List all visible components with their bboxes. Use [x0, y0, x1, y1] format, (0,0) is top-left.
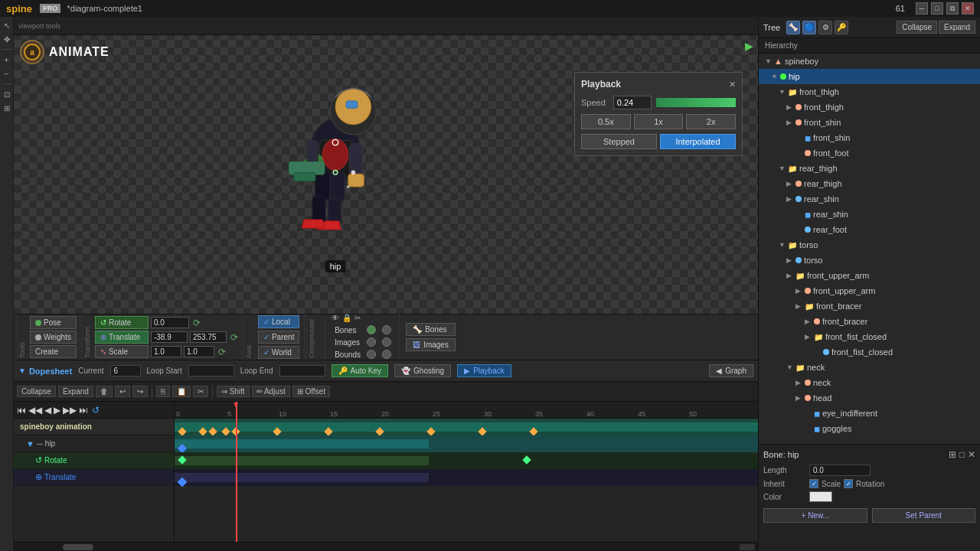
- auto-key-button[interactable]: 🔑 Auto Key: [332, 364, 389, 377]
- bone-props-close[interactable]: ✕: [968, 449, 975, 460]
- keyframe-1[interactable]: [198, 427, 207, 435]
- tree-icon-btn-2[interactable]: 🔵: [802, 21, 816, 34]
- speed-1x-button[interactable]: 1x: [634, 114, 684, 129]
- shift-button[interactable]: ⇒ Shift: [217, 386, 250, 397]
- speed-input[interactable]: [613, 96, 652, 109]
- tree-item-rear-thigh-group[interactable]: ▼ 📁 rear_thigh: [759, 161, 980, 176]
- rotate-button[interactable]: ↺ Rotate: [95, 316, 149, 329]
- tree-icon-btn-4[interactable]: 🔑: [835, 21, 848, 34]
- tree-item-front-bracer-group[interactable]: ▶ 📁 front_bracer: [759, 298, 980, 314]
- copy-button[interactable]: ⎘: [156, 386, 170, 397]
- keyframe-8[interactable]: [426, 427, 435, 435]
- tree-icon-btn-1[interactable]: 🦴: [786, 21, 800, 34]
- step-forward-button[interactable]: ▶▶: [63, 405, 77, 416]
- ghosting-button[interactable]: 👻 Ghosting: [394, 364, 451, 377]
- keyframe-3[interactable]: [221, 427, 230, 435]
- play-pause-button[interactable]: ▶: [54, 405, 60, 416]
- color-swatch[interactable]: [809, 491, 832, 502]
- tree-item-rear-thigh-bone[interactable]: ▶ rear_thigh: [759, 176, 980, 191]
- parent-button[interactable]: ✓ Parent: [258, 331, 299, 344]
- adjust-button[interactable]: ✏ Adjust: [252, 386, 290, 397]
- track-translate[interactable]: ⊕ Translate: [14, 469, 174, 486]
- world-button[interactable]: ✓ World: [258, 346, 299, 359]
- select-tool-icon[interactable]: ↖: [2, 20, 12, 31]
- tree-item-spineboy[interactable]: ▼ ▲ spineboy: [759, 54, 980, 69]
- tree-item-goggles[interactable]: ◼ goggles: [759, 421, 980, 436]
- play-back-button[interactable]: ◀◀: [28, 405, 42, 416]
- playhead[interactable]: [236, 402, 237, 542]
- tree-collapse-button[interactable]: Collapse: [897, 21, 937, 34]
- minimize-button[interactable]: ─: [916, 2, 928, 15]
- paste-button[interactable]: 📋: [172, 386, 191, 397]
- zoom-out-icon[interactable]: −: [2, 68, 12, 79]
- current-frame-input[interactable]: [110, 365, 141, 377]
- tree-item-torso-bone[interactable]: ▶ torso: [759, 253, 980, 268]
- expand-tracks-button[interactable]: Expand: [58, 386, 93, 397]
- keyframe-5[interactable]: [273, 427, 281, 435]
- keyframe-2[interactable]: [208, 427, 217, 435]
- tree-item-front-fist-bone[interactable]: front_fist_closed: [759, 344, 980, 360]
- track-hip[interactable]: ▼ ─ hip: [14, 435, 174, 452]
- hip-kf-4[interactable]: [178, 444, 186, 452]
- images-vis-btn[interactable]: [367, 337, 376, 347]
- step-back-button[interactable]: ◀: [44, 405, 51, 416]
- tree-item-front-upper-arm-bone[interactable]: ▶ front_upper_arm: [759, 283, 980, 298]
- bone-props-icon-1[interactable]: ⊞: [949, 449, 956, 460]
- tree-item-head[interactable]: ▶ head: [759, 390, 980, 406]
- images-lock-btn[interactable]: [382, 337, 391, 347]
- tree-item-torso-group[interactable]: ▼ 📁 torso: [759, 237, 980, 253]
- tree-item-front-thigh-bone[interactable]: ▶ front_thigh: [759, 99, 980, 115]
- weights-button[interactable]: Weights: [30, 331, 77, 344]
- play-button[interactable]: ▶: [745, 40, 753, 52]
- rotate-value-input[interactable]: [151, 317, 189, 328]
- tree-item-hip[interactable]: ▼ hip: [759, 69, 980, 84]
- length-input[interactable]: [809, 465, 871, 476]
- tree-item-front-fist-group[interactable]: ▶ 📁 front_fist_closed: [759, 329, 980, 344]
- bones-button[interactable]: 🦴 Bones: [406, 323, 456, 336]
- tree-item-rear-shin-mesh[interactable]: ◼ rear_shin: [759, 207, 980, 222]
- pose-button[interactable]: Pose: [30, 316, 77, 329]
- bounds-vis-btn[interactable]: [367, 350, 376, 359]
- scale-refresh-icon[interactable]: ⟳: [218, 347, 226, 357]
- window-controls[interactable]: ─ □ ⧉ ✕: [916, 2, 974, 15]
- keyframe-0[interactable]: [178, 427, 186, 435]
- translate-button[interactable]: ⊕ Translate: [95, 331, 149, 344]
- bones-lock-btn[interactable]: [382, 325, 391, 334]
- loop-start-input[interactable]: [188, 365, 234, 377]
- scale-button[interactable]: ⤡ Scale: [95, 345, 149, 358]
- playback-dopesheet-button[interactable]: ▶ Playback: [457, 364, 511, 377]
- rotate-refresh-icon[interactable]: ⟳: [193, 318, 201, 328]
- scale-x-input[interactable]: [151, 346, 181, 357]
- tree-item-front-foot[interactable]: front_foot: [759, 145, 980, 161]
- tree-item-eye-indifferent[interactable]: ◼ eye_indifferent: [759, 406, 980, 421]
- tree-item-front-shin-mesh[interactable]: ◼ front_shin: [759, 130, 980, 145]
- redo-button[interactable]: ↪: [132, 386, 148, 397]
- images-button[interactable]: 🖼 Images: [406, 338, 456, 351]
- playback-close-button[interactable]: ✕: [729, 80, 736, 90]
- offset-button[interactable]: ⊞ Offset: [292, 386, 330, 397]
- rotate-kf-end[interactable]: [522, 455, 531, 464]
- zoom-fit-icon[interactable]: ⊡: [2, 89, 12, 99]
- scale-checkbox[interactable]: [809, 479, 818, 488]
- rotation-checkbox[interactable]: [844, 479, 853, 488]
- tree-item-neck-group[interactable]: ▼ 📁 neck: [759, 360, 980, 375]
- grid-icon[interactable]: ⊞: [2, 103, 12, 113]
- pan-tool-icon[interactable]: ✥: [2, 34, 12, 44]
- local-button[interactable]: ✓ Local: [258, 315, 299, 328]
- scale-y-input[interactable]: [184, 346, 214, 357]
- delete-key-button[interactable]: 🗑: [96, 386, 113, 397]
- play-back-start-button[interactable]: ⏮: [17, 405, 26, 416]
- tree-item-front-upper-arm-group[interactable]: ▶ 📁 front_upper_arm: [759, 268, 980, 283]
- loop-button[interactable]: ↺: [92, 405, 100, 416]
- tree-item-front-bracer-bone[interactable]: ▶ front_bracer: [759, 314, 980, 329]
- bone-props-icon-2[interactable]: □: [959, 449, 965, 460]
- undo-button[interactable]: ↩: [115, 386, 130, 397]
- bounds-lock-btn[interactable]: [382, 350, 391, 359]
- graph-button[interactable]: ◀ Graph: [709, 364, 753, 377]
- speed-half-button[interactable]: 0.5x: [581, 114, 631, 129]
- keyframe-6[interactable]: [324, 427, 332, 435]
- speed-bar[interactable]: [656, 98, 736, 107]
- close-button[interactable]: ✕: [962, 2, 974, 15]
- tree-item-neck-bone[interactable]: ▶ neck: [759, 375, 980, 390]
- timeline-scrollbar[interactable]: [14, 542, 758, 551]
